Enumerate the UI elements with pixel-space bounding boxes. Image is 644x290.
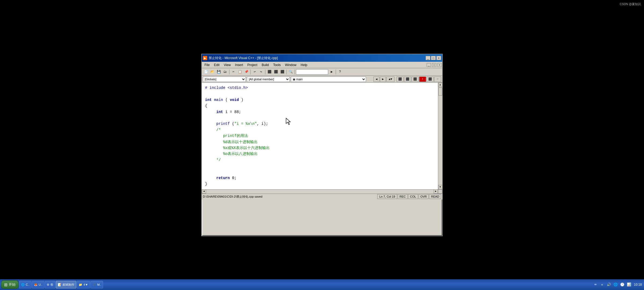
scroll-thumb[interactable] <box>438 88 442 96</box>
debug-btn6[interactable]: ☞ <box>434 77 441 82</box>
browser1-label: C.. <box>26 283 30 286</box>
nav-prev[interactable]: ◀ <box>374 77 379 82</box>
status-ln-col: Ln 7, Col 19 <box>377 194 397 199</box>
menu-help[interactable]: Help <box>299 63 310 67</box>
main-window: ▶ 禁止转化 - Microsoft Visual C++ - [禁止转化.cp… <box>201 54 443 236</box>
menu-tools[interactable]: Tools <box>271 63 283 67</box>
toolbar-sep4 <box>286 70 287 74</box>
debug-btn4[interactable]: ! <box>419 77 426 82</box>
code-line-14 <box>205 163 435 169</box>
start-button[interactable]: ⊞ 开始 <box>1 280 19 289</box>
kw-int-i: int <box>216 110 223 114</box>
taskbar-item-app3[interactable]: ⚙ 祭 <box>45 281 55 288</box>
tray-network[interactable]: 🌐 <box>613 282 619 288</box>
tray-arrow[interactable]: « <box>599 282 605 288</box>
comment-x: %x或%X表示以十六进制输出 <box>205 146 270 150</box>
globals-dropdown[interactable]: [Globals] <box>203 77 246 82</box>
tray-time-icon[interactable]: 🕐 <box>619 282 625 288</box>
app4-label: 郝斌制作 <box>63 283 74 287</box>
nav-up[interactable]: ▲▼ <box>386 77 394 82</box>
inner-minimize-button[interactable]: _ <box>427 63 431 67</box>
scrollbar-horizontal: ◄ ► <box>202 189 438 194</box>
watermark: CSDN @夏知识 <box>620 2 641 6</box>
nav-buttons: ◀ ▶ ▲▼ <box>374 77 394 82</box>
menu-window[interactable]: Window <box>283 63 299 67</box>
code-line-9: printf的用法 <box>205 133 435 139</box>
code-line-17: } <box>205 181 435 187</box>
toolbar-undo[interactable]: ↩ <box>252 69 258 75</box>
status-bar: D:\SHARE\09A01\C\DI-2\禁止转化.cpp saved Ln … <box>202 194 442 200</box>
taskbar-item-folder[interactable]: 📁 4▼ <box>77 281 90 288</box>
inner-restore-button[interactable]: □ <box>432 63 436 67</box>
toolbar-open[interactable]: 📂 <box>209 69 215 75</box>
toolbar-find[interactable]: 🔍 <box>288 69 294 75</box>
menu-project[interactable]: Project <box>245 63 259 67</box>
clock-display: 10:18 <box>633 283 643 287</box>
tray-speaker[interactable]: 🔊 <box>606 282 612 288</box>
debug-btn5[interactable]: ⬛ <box>427 77 434 82</box>
toolbar-redo[interactable]: ↪ <box>258 69 264 75</box>
toolbar-cut[interactable]: ✂ <box>230 69 236 75</box>
toolbar-debug[interactable]: ⬛ <box>279 69 285 75</box>
taskbar-item-browser1[interactable]: 🌐 C.. <box>19 281 31 288</box>
comment-start: /* <box>216 128 221 132</box>
code-line-11: %x或%X表示以十六进制输出 <box>205 145 435 151</box>
tray-bar-icon[interactable]: 📊 <box>626 282 632 288</box>
code-line-1: # include <stdio.h> <box>205 85 435 91</box>
fn-main: main <box>214 98 223 102</box>
status-ovr: OVR <box>419 194 429 199</box>
member-dropdown[interactable]: [All global member] <box>247 77 290 82</box>
code-line-8: /* <box>205 127 435 133</box>
scroll-down-arrow[interactable]: ▼ <box>438 185 442 189</box>
scroll-up-arrow[interactable]: ▲ <box>438 83 442 87</box>
toolbar-paste[interactable]: 📌 <box>243 69 249 75</box>
toolbar-new[interactable]: 📄 <box>203 69 209 75</box>
toolbar-compile[interactable]: ⬛ <box>266 69 272 75</box>
debug-btn1[interactable]: ⬛ <box>397 77 404 82</box>
menu-view[interactable]: View <box>222 63 233 67</box>
toolbar-sep6 <box>336 70 336 74</box>
restore-button[interactable]: □ <box>431 56 436 60</box>
status-rec: REC <box>398 194 408 199</box>
close-button[interactable]: × <box>436 56 441 60</box>
toolbar-save-all[interactable]: 🗂 <box>222 69 228 75</box>
scroll-left-arrow[interactable]: ◄ <box>202 189 206 194</box>
menu-file[interactable]: File <box>202 63 212 67</box>
browser2-icon: 🦊 <box>34 283 38 287</box>
menu-insert[interactable]: Insert <box>233 63 245 67</box>
app-icon: ▶ <box>203 56 207 60</box>
minimize-button[interactable]: _ <box>426 56 430 60</box>
toolbar-copy[interactable]: 📋 <box>237 69 243 75</box>
toolbar-sep2 <box>250 70 251 74</box>
toolbar-run[interactable]: ⬛ <box>273 69 279 75</box>
debug-btn3[interactable]: ⬛ <box>412 77 419 82</box>
scroll-right-arrow[interactable]: ► <box>434 189 438 194</box>
editor-main: # include <stdio.h> int main ( void ) { … <box>202 83 442 189</box>
menu-build[interactable]: Build <box>259 63 271 67</box>
taskbar-item-media[interactable]: 🎵 M.. <box>90 281 103 288</box>
toolbar-help[interactable]: ? <box>337 69 343 75</box>
menu-edit[interactable]: Edit <box>212 63 222 67</box>
location-dropdown[interactable]: ◉ main <box>291 77 366 82</box>
inner-close-button[interactable]: × <box>437 63 442 67</box>
comment-o: %o表示以八进制输出 <box>205 152 258 156</box>
taskbar: ⊞ 开始 🌐 C.. 🦊 U.. ⚙ 祭 📝 郝斌制作 📁 4▼ 🎵 M.. ⌨… <box>0 279 644 290</box>
code-editor[interactable]: # include <stdio.h> int main ( void ) { … <box>202 83 438 189</box>
code-line-3: int main ( void ) <box>205 97 435 103</box>
nav-next[interactable]: ▶ <box>380 77 386 82</box>
debug-btn2[interactable]: ⬛ <box>404 77 411 82</box>
search-input[interactable] <box>296 69 328 75</box>
scrollbar-vertical: ▲ ▼ <box>438 83 442 189</box>
toolbar-sep1 <box>229 70 229 74</box>
tray-keyboard[interactable]: ⌨ <box>592 282 598 288</box>
taskbar-item-app4[interactable]: 📝 郝斌制作 <box>56 281 76 288</box>
dropdowns-row: [Globals] [All global member] ◉ main ◀ ▶… <box>202 76 442 83</box>
start-label: 开始 <box>9 282 16 287</box>
status-path: D:\SHARE\09A01\C\DI-2\禁止转化.cpp saved <box>203 195 377 199</box>
taskbar-item-browser2[interactable]: 🦊 U.. <box>32 281 44 288</box>
code-line-13: */ <box>205 157 435 163</box>
toolbar-save[interactable]: 💾 <box>216 69 222 75</box>
folder-label: 4▼ <box>83 283 88 286</box>
comment-d: %d表示以十进制输出 <box>205 140 258 144</box>
toolbar-go[interactable]: ▶ <box>329 69 335 75</box>
